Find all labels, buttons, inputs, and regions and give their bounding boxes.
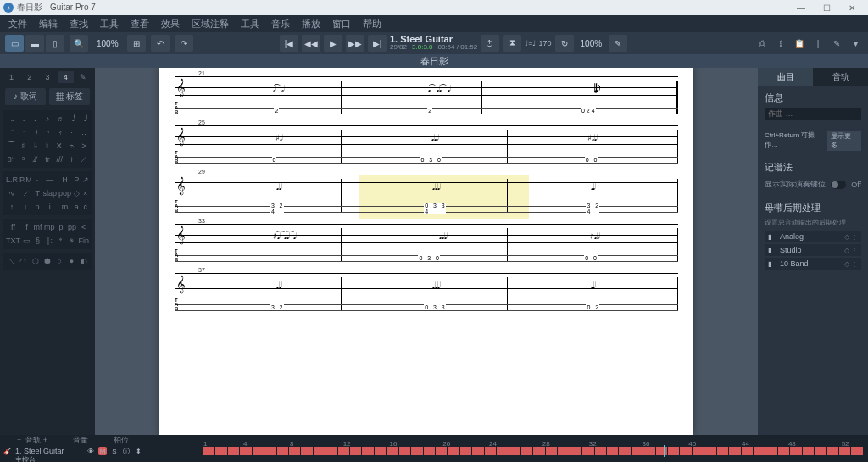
forward-button[interactable]: ▶▶ <box>346 35 364 52</box>
pal-r4[interactable]: 𝄽 <box>31 126 41 138</box>
dyn-f[interactable]: f <box>22 221 31 233</box>
left-tab-4[interactable]: 4 <box>58 71 74 83</box>
design-button[interactable]: ✎ <box>829 36 844 51</box>
pal-8va[interactable]: 8ᵛ <box>6 153 16 165</box>
pal-trem[interactable]: /// <box>54 153 64 165</box>
pal-tup[interactable]: ³ <box>18 153 28 165</box>
art-stac[interactable]: · <box>34 174 42 186</box>
left-tab-2[interactable]: 2 <box>21 71 37 83</box>
dyn-txt[interactable]: TXT <box>6 235 20 247</box>
export-button[interactable]: ⇪ <box>773 36 788 51</box>
pal-tie[interactable]: ⁀ <box>6 140 16 152</box>
pal-32[interactable]: 𝅘𝅥𝅰 <box>66 113 76 125</box>
pal-whole[interactable]: 𝅝 <box>6 113 16 125</box>
art-dn[interactable]: ↓ <box>19 201 32 213</box>
art-a[interactable]: a <box>73 201 81 213</box>
tempo-value[interactable]: 170 <box>538 39 551 47</box>
menu-play[interactable]: 播放 <box>297 16 326 32</box>
dyn-fine[interactable]: Fin <box>78 235 89 247</box>
mastering-10band[interactable]: ▮10 Band◇ ⋮ <box>765 258 861 270</box>
show-more-button[interactable]: 显示更多 <box>827 131 861 151</box>
dyn-ff[interactable]: ff <box>6 221 20 233</box>
mute-icon[interactable]: M <box>98 447 107 455</box>
auto-2[interactable]: ◠ <box>18 255 28 267</box>
menu-tool1[interactable]: 工具 <box>95 16 124 32</box>
zoom-value[interactable]: 100% <box>93 39 122 48</box>
pal-ferm[interactable]: 𝄐 <box>66 140 76 152</box>
tags-button[interactable]: ▦ 标签 <box>49 88 90 105</box>
pal-grace[interactable]: ♪̸ <box>31 153 41 165</box>
menu-effect[interactable]: 效果 <box>156 16 185 32</box>
menu-music[interactable]: 音乐 <box>266 16 295 32</box>
menu-view[interactable]: 查看 <box>125 16 154 32</box>
art-pick[interactable]: p <box>34 201 42 213</box>
pal-16[interactable]: ♬ <box>54 113 64 125</box>
pal-sl[interactable]: ⟋ <box>79 153 89 165</box>
pal-dot[interactable]: · <box>66 126 76 138</box>
close-button[interactable]: ✕ <box>839 0 865 15</box>
pal-r2[interactable]: 𝄼 <box>18 126 28 138</box>
visibility-icon[interactable]: 👁 <box>86 447 95 455</box>
pal-trill[interactable]: tr <box>42 153 53 165</box>
art-slide[interactable]: ⟋ <box>19 187 32 199</box>
auto-1[interactable]: ⟍ <box>6 255 16 267</box>
pal-r8[interactable]: 𝄾 <box>42 126 53 138</box>
art-m[interactable]: m <box>58 201 71 213</box>
loop-pct[interactable]: 100% <box>577 39 606 48</box>
timeline-playhead[interactable] <box>664 445 665 457</box>
mastering-studio[interactable]: ▮Studio◇ ⋮ <box>765 244 861 256</box>
dyn-coda[interactable]: 𝄌 <box>57 235 66 247</box>
menu-tool2[interactable]: 工具 <box>236 16 264 32</box>
eq-icon[interactable]: ⬍ <box>134 447 142 455</box>
rewind-button[interactable]: ◀◀ <box>302 35 320 52</box>
menu-file[interactable]: 文件 <box>3 16 32 32</box>
track-bars[interactable] <box>203 447 868 455</box>
countdown-icon[interactable]: ⧗ <box>503 35 521 52</box>
auto-6[interactable]: ● <box>66 255 76 267</box>
pal-ddot[interactable]: ‥ <box>79 126 89 138</box>
metronome-icon[interactable]: ⏱ <box>481 35 499 52</box>
art-harm[interactable]: ◇ <box>73 187 81 199</box>
info-composer-field[interactable] <box>765 108 861 120</box>
right-tab-track[interactable]: 音轨 <box>813 68 868 86</box>
dyn-sect[interactable]: § <box>33 235 42 247</box>
mastering-analog[interactable]: ▮Analog◇ ⋮ <box>765 231 861 242</box>
lyrics-button[interactable]: ♪ 歌词 <box>5 88 46 105</box>
menu-annotate[interactable]: 区域注释 <box>186 16 234 32</box>
left-tab-3[interactable]: 3 <box>39 71 55 83</box>
solo-icon[interactable]: S <box>110 447 119 455</box>
art-ham[interactable]: H <box>58 174 71 186</box>
go-start-button[interactable]: |◀ <box>280 35 298 52</box>
art-tap[interactable]: T <box>34 187 42 199</box>
menu-window[interactable]: 窗口 <box>327 16 356 32</box>
art-pop[interactable]: pop <box>58 187 71 199</box>
pal-arp[interactable]: ≀ <box>66 153 76 165</box>
view-page-button[interactable]: ▭ <box>5 35 24 52</box>
info-icon[interactable]: ⓘ <box>122 447 131 455</box>
menu-find[interactable]: 查找 <box>64 16 93 32</box>
auto-4[interactable]: ⬢ <box>42 255 53 267</box>
pal-x[interactable]: ✕ <box>54 140 64 152</box>
settings-button[interactable]: ▾ <box>848 36 863 51</box>
undo-button[interactable]: ↶ <box>151 35 170 52</box>
pal-sharp[interactable]: ♯ <box>18 140 28 152</box>
dyn-rep[interactable]: ‖: <box>44 235 55 247</box>
auto-5[interactable]: ○ <box>54 255 64 267</box>
pal-r1[interactable]: 𝄻 <box>6 126 16 138</box>
pal-r16[interactable]: 𝄿 <box>54 126 64 138</box>
art-up[interactable]: ↑ <box>6 201 18 213</box>
track-row-master[interactable]: 主控台 <box>0 457 868 462</box>
dyn-pp[interactable]: pp <box>67 221 76 233</box>
right-tab-song[interactable]: 曲目 <box>758 68 813 86</box>
art-finger[interactable]: i <box>42 201 57 213</box>
art-bend[interactable]: ↗ <box>81 174 89 186</box>
pal-half[interactable]: 𝅗𝅥 <box>18 113 28 125</box>
score-area[interactable]: 𝄞 21 𝅗𝅥⁀𝅗𝅥𝅘𝅥⁀𝅘𝅥 𝅘𝅥⁀𝅘𝅥𝄀𝅘𝅥𝅮𝅘𝅥𝅮𝅘𝅥𝅮𝄂 TAB 220… <box>95 68 758 435</box>
auto-7[interactable]: ◐ <box>79 255 89 267</box>
pal-64[interactable]: 𝅘𝅥𝅱 <box>79 113 89 125</box>
art-palm[interactable]: P.M <box>19 174 32 186</box>
art-let[interactable]: L.R <box>6 174 18 186</box>
notation-toggle[interactable] <box>831 181 846 189</box>
left-tab-1[interactable]: 1 <box>3 71 19 83</box>
print-button[interactable]: ⎙ <box>754 36 770 51</box>
